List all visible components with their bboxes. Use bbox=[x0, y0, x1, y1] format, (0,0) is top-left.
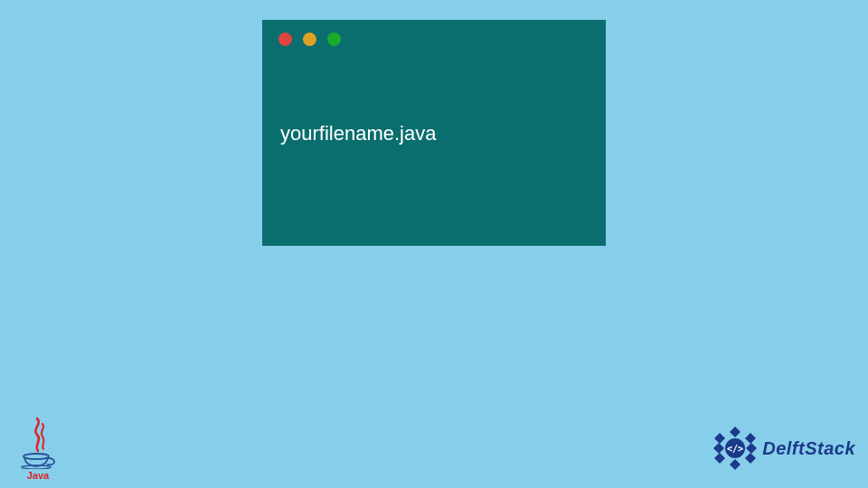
delftstack-emblem-icon: </> bbox=[712, 425, 759, 472]
java-steam-icon bbox=[24, 417, 52, 453]
svg-point-0 bbox=[24, 454, 49, 459]
svg-text:</>: </> bbox=[727, 444, 743, 454]
window-titlebar bbox=[262, 20, 606, 59]
svg-point-1 bbox=[22, 465, 51, 469]
code-content: yourfilename.java bbox=[262, 59, 606, 164]
minimize-icon[interactable] bbox=[303, 33, 316, 46]
delftstack-logo-label: DelftStack bbox=[762, 438, 855, 459]
delftstack-logo: </> DelftStack bbox=[712, 425, 855, 472]
maximize-icon[interactable] bbox=[327, 33, 341, 46]
code-window: yourfilename.java bbox=[262, 20, 606, 246]
close-icon[interactable] bbox=[278, 33, 292, 46]
java-logo: Java bbox=[11, 408, 65, 481]
java-logo-label: Java bbox=[27, 470, 49, 481]
java-cup-icon bbox=[20, 453, 56, 469]
